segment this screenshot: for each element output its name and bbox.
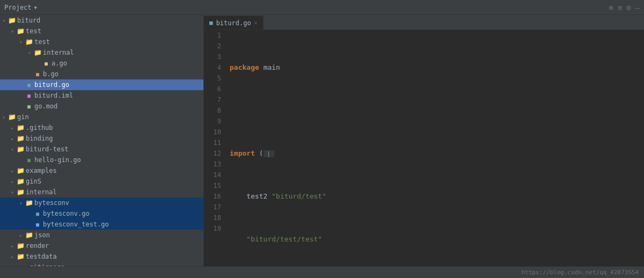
tree-item-json[interactable]: ▸ 📁 json: [0, 230, 203, 240]
ln-4: 4: [204, 62, 221, 73]
tab-biturd-go[interactable]: ■ biturd.go ✕: [204, 16, 264, 30]
ln-8: 8: [204, 105, 221, 116]
ln-6: 6: [204, 84, 221, 94]
tree-item-biturd-go[interactable]: ■ biturd.go: [0, 79, 203, 90]
tree-item-bytesconv[interactable]: ▾ 📁 bytesconv: [0, 197, 203, 208]
tree-item-go-mod[interactable]: ■ go.mod: [0, 101, 203, 112]
tree-item-bytesconv-go[interactable]: ■ bytesconv.go: [0, 208, 203, 219]
ln-15: 15: [204, 180, 221, 191]
tree-item-binding[interactable]: ▸ 📁 binding: [0, 133, 203, 144]
tree-item-a-go[interactable]: ■ a.go: [0, 58, 203, 69]
file-tree: ▾ 📁 biturd ▾ 📁 test ▾ 📁 test ▾ 📁 interna…: [0, 15, 204, 266]
tree-item-test2[interactable]: ▾ 📁 test: [0, 36, 203, 47]
tree-item-internal1[interactable]: ▾ 📁 internal: [0, 47, 203, 58]
ln-16: 16: [204, 191, 221, 202]
code-editor[interactable]: 1 2 3 4 5 6 7 8 9 10 11 12 13 14 15 16 1…: [204, 30, 644, 266]
ln-9: 9: [204, 116, 221, 127]
navigate-icon[interactable]: ⊕: [609, 3, 613, 12]
project-text: Project: [4, 4, 32, 11]
tree-item-github[interactable]: ▸ 📁 .github: [0, 122, 203, 133]
tree-item-ginS[interactable]: ▸ 📁 ginS: [0, 176, 203, 187]
ln-5: 5: [204, 73, 221, 84]
project-label[interactable]: Project ▾: [4, 4, 38, 11]
line-numbers: 1 2 3 4 5 6 7 8 9 10 11 12 13 14 15 16 1…: [204, 30, 225, 266]
title-bar-icons: ⊕ ≡ ⚙ —: [609, 3, 640, 12]
tree-item-testdata[interactable]: ▸ 📁 testdata: [0, 251, 203, 262]
ln-19: 19: [204, 223, 221, 234]
settings-icon[interactable]: ⚙: [626, 3, 631, 12]
ln-10: 10: [204, 127, 221, 137]
tree-item-gin[interactable]: ▾ 📁 gin: [0, 112, 203, 122]
ln-3: 3: [204, 52, 221, 62]
tree-item-internal2[interactable]: ▾ 📁 internal: [0, 187, 203, 197]
code-line-3: import ( |: [230, 148, 644, 159]
tree-item-hello-gin[interactable]: ■ hello-gin.go: [0, 155, 203, 165]
ln-7: 7: [204, 94, 221, 105]
blog-url: https://blog.csdn.net/qq_42873554: [521, 269, 639, 276]
collapse-icon[interactable]: ≡: [618, 3, 622, 12]
tree-item-b-go[interactable]: ■ b.go: [0, 69, 203, 79]
minimize-icon[interactable]: —: [635, 3, 640, 12]
tree-item-biturd-test[interactable]: ▾ 📁 biturd-test: [0, 144, 203, 155]
main-layout: ▾ 📁 biturd ▾ 📁 test ▾ 📁 test ▾ 📁 interna…: [0, 15, 644, 266]
tree-item-examples[interactable]: ▸ 📁 examples: [0, 165, 203, 176]
ln-14: 14: [204, 170, 221, 180]
code-line-5: "biturd/test/test": [230, 234, 644, 245]
code-line-2: [230, 105, 644, 116]
code-line-1: package main: [230, 62, 644, 73]
tree-item-bytesconv-test[interactable]: ■ bytesconv_test.go: [0, 219, 203, 230]
tab-file-icon: ■: [209, 19, 213, 26]
tree-item-render[interactable]: ▸ 📁 render: [0, 240, 203, 251]
ln-2: 2: [204, 41, 221, 52]
tree-item-biturd[interactable]: ▾ 📁 biturd: [0, 15, 203, 26]
tree-item-test1[interactable]: ▾ 📁 test: [0, 26, 203, 36]
tab-close-button[interactable]: ✕: [254, 20, 258, 26]
editor-area: ■ biturd.go ✕ 1 2 3 4 5 6 7 8 9 10 11 12…: [204, 15, 644, 266]
ln-18: 18: [204, 213, 221, 223]
ln-12: 12: [204, 148, 221, 159]
ln-11: 11: [204, 137, 221, 148]
tree-item-biturd-iml[interactable]: ■ biturd.iml: [0, 90, 203, 101]
code-line-4: test2 "biturd/test": [230, 191, 644, 202]
project-dropdown-arrow[interactable]: ▾: [34, 4, 38, 11]
ln-17: 17: [204, 202, 221, 213]
tree-item-gitignore[interactable]: ■ .gitignore: [0, 262, 203, 266]
tab-label: biturd.go: [216, 19, 251, 27]
title-bar: Project ▾ ⊕ ≡ ⚙ —: [0, 0, 644, 15]
editor-tabs: ■ biturd.go ✕: [204, 15, 644, 30]
ln-13: 13: [204, 159, 221, 170]
bottom-bar: https://blog.csdn.net/qq_42873554: [0, 266, 644, 278]
code-lines[interactable]: package main import ( | test2 "biturd/te…: [225, 30, 644, 266]
ln-1: 1: [204, 30, 221, 41]
